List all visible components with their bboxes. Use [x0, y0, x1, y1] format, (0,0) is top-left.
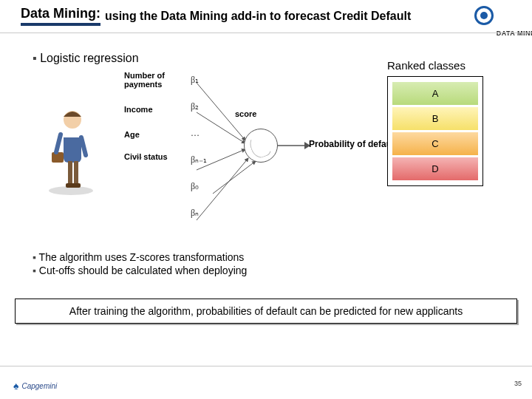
beta-n1: βₙ₋₁ [191, 155, 207, 164]
header-rule [0, 33, 532, 33]
inputs-ellipsis: … [134, 151, 143, 160]
sub-bullets: The algorithm uses Z-scores transformati… [33, 251, 247, 278]
footer-logo: ♠ Capgemini [13, 380, 57, 392]
ranked-panel: Ranked classes A B C D [387, 59, 483, 186]
rank-box: A B C D [387, 76, 483, 186]
svg-line-9 [56, 134, 61, 152]
ranked-title: Ranked classes [387, 59, 483, 72]
person-illustration [41, 100, 100, 197]
input-income: Income [124, 105, 191, 114]
svg-rect-5 [74, 161, 78, 183]
rank-c: C [392, 132, 478, 155]
output-arrow-icon [278, 140, 310, 151]
score-label: score [235, 109, 256, 118]
svg-rect-2 [64, 130, 81, 137]
beta-0: β₀ [191, 182, 207, 191]
input-labels: Number of payments Income Age Civil stat… [124, 71, 191, 177]
sub-bullet-1: The algorithm uses Z-scores transformati… [33, 251, 247, 263]
sub-bullet-2: Cut-offs should be calculated when deplo… [33, 265, 247, 276]
beta-n: βₙ [191, 208, 207, 217]
slide-header: Data Mining: using the Data Mining add-i… [0, 0, 532, 29]
beta-1: β₁ [191, 75, 207, 84]
target-icon [474, 6, 494, 25]
svg-rect-7 [72, 183, 81, 188]
title-rest: using the Data Mining add-in to forecast… [105, 10, 411, 23]
beta-dots: … [191, 129, 207, 137]
callout-box: After training the algorithm, probabilit… [15, 299, 517, 324]
beta-labels: β₁ β₂ … βₙ₋₁ β₀ βₙ [191, 75, 207, 235]
rank-a: A [392, 82, 478, 105]
svg-rect-4 [68, 161, 72, 183]
rank-b: B [392, 107, 478, 130]
diagram: Number of payments Income Age Civil stat… [21, 71, 511, 248]
svg-line-10 [81, 137, 86, 155]
brand-label: DATA MININ [497, 30, 532, 37]
title-strong: Data Mining: [21, 6, 100, 26]
content-area: Logistic regression Number of payments I… [0, 52, 532, 248]
rank-d: D [392, 157, 478, 180]
company-name: Capgemini [21, 382, 57, 390]
footer-rule [0, 366, 532, 366]
page-number: 35 [514, 380, 522, 387]
svg-line-14 [213, 161, 256, 194]
beta-2: β₂ [191, 102, 207, 111]
sigmoid-node-icon [244, 129, 278, 163]
spade-icon: ♠ [13, 380, 18, 392]
output-label: Probability of default [309, 139, 397, 149]
input-age: Age [124, 130, 191, 139]
input-payments: Number of payments [124, 71, 191, 89]
